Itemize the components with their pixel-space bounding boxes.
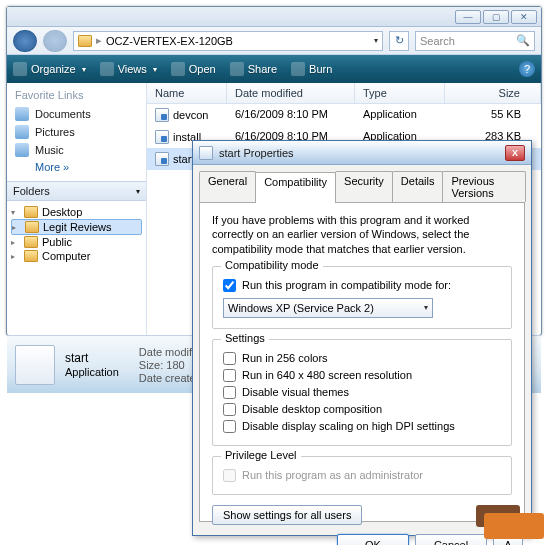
documents-icon: [15, 107, 29, 121]
views-icon: [100, 62, 114, 76]
compatibility-intro: If you have problems with this program a…: [212, 213, 512, 256]
tree-node-computer[interactable]: ▸Computer: [11, 249, 142, 263]
dialog-titlebar: start Properties X: [193, 141, 531, 165]
chevron-down-icon[interactable]: ▾: [374, 36, 378, 45]
refresh-button[interactable]: ↻: [389, 31, 409, 51]
application-icon: [155, 130, 169, 144]
favorite-links-header: Favorite Links: [15, 89, 138, 101]
tab-security[interactable]: Security: [335, 171, 393, 202]
tab-strip: General Compatibility Security Details P…: [193, 165, 531, 202]
open-button[interactable]: Open: [171, 62, 216, 76]
nav-back-button[interactable]: [13, 30, 37, 52]
col-type[interactable]: Type: [355, 83, 445, 103]
chevron-right-icon: ▸: [96, 34, 102, 47]
nav-forward-button[interactable]: [43, 30, 67, 52]
search-icon: 🔍: [516, 34, 530, 47]
chevron-down-icon: ▾: [136, 187, 140, 196]
folders-header[interactable]: Folders ▾: [7, 181, 146, 201]
chk-disable-themes[interactable]: Disable visual themes: [223, 384, 501, 401]
search-placeholder: Search: [420, 35, 455, 47]
tab-details[interactable]: Details: [392, 171, 444, 202]
chk-disable-dpi-scaling[interactable]: Disable display scaling on high DPI sett…: [223, 418, 501, 435]
window-titlebar: — ▢ ✕: [7, 7, 541, 27]
chk-640x480[interactable]: Run in 640 x 480 screen resolution: [223, 367, 501, 384]
folder-icon: [25, 221, 39, 233]
column-headers: Name Date modified Type Size: [147, 83, 541, 104]
details-filename: start: [65, 351, 119, 365]
share-button[interactable]: Share: [230, 62, 277, 76]
site-logo: [464, 499, 544, 539]
chk-run-as-admin: Run this program as an administrator: [223, 467, 501, 484]
compat-mode-checkbox[interactable]: Run this program in compatibility mode f…: [223, 277, 501, 294]
breadcrumb[interactable]: ▸ OCZ-VERTEX-EX-120GB ▾: [73, 31, 383, 51]
col-size[interactable]: Size: [445, 83, 541, 103]
open-icon: [171, 62, 185, 76]
chk-disable-composition[interactable]: Disable desktop composition: [223, 401, 501, 418]
privilege-level-group: Privilege Level Run this program as an a…: [212, 456, 512, 495]
dialog-close-button[interactable]: X: [505, 145, 525, 161]
search-input[interactable]: Search 🔍: [415, 31, 535, 51]
file-row[interactable]: devcon 6/16/2009 8:10 PM Application 55 …: [147, 104, 541, 126]
burn-button[interactable]: Burn: [291, 62, 332, 76]
show-settings-all-users-button[interactable]: Show settings for all users: [212, 505, 362, 525]
close-button[interactable]: ✕: [511, 10, 537, 24]
file-thumbnail: [15, 345, 55, 385]
folder-tree: ▾Desktop ▸Legit Reviews ▸Public ▸Compute…: [7, 201, 146, 335]
favorite-links: Favorite Links Documents Pictures Music …: [7, 83, 146, 181]
application-icon: [155, 108, 169, 122]
sidebar-item-documents[interactable]: Documents: [15, 105, 138, 123]
compat-mode-select[interactable]: Windows XP (Service Pack 2)▾: [223, 298, 433, 318]
folder-icon: [24, 236, 38, 248]
folder-icon: [24, 250, 38, 262]
chk-256-colors[interactable]: Run in 256 colors: [223, 350, 501, 367]
properties-dialog: start Properties X General Compatibility…: [192, 140, 532, 536]
tree-node-desktop[interactable]: ▾Desktop: [11, 205, 142, 219]
music-icon: [15, 143, 29, 157]
application-icon: [199, 146, 213, 160]
breadcrumb-segment[interactable]: OCZ-VERTEX-EX-120GB: [106, 35, 233, 47]
maximize-button[interactable]: ▢: [483, 10, 509, 24]
sidebar-item-music[interactable]: Music: [15, 141, 138, 159]
command-toolbar: Organize Views Open Share Burn ?: [7, 55, 541, 83]
ok-button[interactable]: OK: [337, 534, 409, 545]
sidebar-item-pictures[interactable]: Pictures: [15, 123, 138, 141]
tab-compatibility[interactable]: Compatibility: [255, 172, 336, 203]
col-date[interactable]: Date modified: [227, 83, 355, 103]
details-filetype: Application: [65, 366, 119, 378]
burn-icon: [291, 62, 305, 76]
address-bar: ▸ OCZ-VERTEX-EX-120GB ▾ ↻ Search 🔍: [7, 27, 541, 55]
application-icon: [155, 152, 169, 166]
minimize-button[interactable]: —: [455, 10, 481, 24]
tab-panel-compatibility: If you have problems with this program a…: [199, 202, 525, 522]
organize-menu[interactable]: Organize: [13, 62, 86, 76]
organize-icon: [13, 62, 27, 76]
folder-icon: [78, 35, 92, 47]
tab-general[interactable]: General: [199, 171, 256, 202]
tree-node-public[interactable]: ▸Public: [11, 235, 142, 249]
pictures-icon: [15, 125, 29, 139]
folder-icon: [24, 206, 38, 218]
dialog-title: start Properties: [219, 147, 499, 159]
tree-node-legit-reviews[interactable]: ▸Legit Reviews: [11, 219, 142, 235]
sidebar-more-link[interactable]: More »: [15, 159, 138, 175]
views-menu[interactable]: Views: [100, 62, 157, 76]
share-icon: [230, 62, 244, 76]
chevron-down-icon: ▾: [424, 303, 428, 312]
settings-group: Settings Run in 256 colors Run in 640 x …: [212, 339, 512, 446]
tab-previous-versions[interactable]: Previous Versions: [442, 171, 526, 202]
sidebar: Favorite Links Documents Pictures Music …: [7, 83, 147, 335]
help-button[interactable]: ?: [519, 61, 535, 77]
col-name[interactable]: Name: [147, 83, 227, 103]
compatibility-mode-group: Compatibility mode Run this program in c…: [212, 266, 512, 329]
